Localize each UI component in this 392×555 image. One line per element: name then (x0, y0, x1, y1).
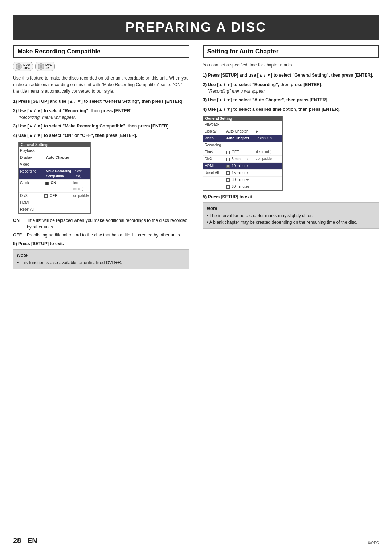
right-note-item-2: A blank chapter may be created depending… (207, 219, 375, 226)
right-step-2-title: 2) Use [▲ / ▼] to select "Recording", th… (203, 81, 379, 88)
left-step-3: 3) Use [▲ / ▼] to select "Make Recording… (13, 123, 189, 129)
corner-mark-br (380, 543, 385, 548)
right-note-title: Note (207, 206, 375, 211)
left-step-2-sub: "Recording" menu will appear. (13, 115, 189, 120)
on-label: ON (13, 217, 25, 230)
right-section-header: Setting for Auto Chapter (203, 45, 379, 58)
dvd-rw-icon: DVD+RW (13, 62, 33, 71)
left-menu-row-recording: Recording Make Recording Compatible elec… (19, 168, 90, 180)
right-menu-row-display: Display Auto Chapter ▶ (203, 128, 282, 135)
page-number-label: 28 EN (13, 536, 37, 545)
on-description: Title list will be replaced when you mak… (27, 217, 189, 230)
right-step-4: 4) Use [▲ / ▼] to select a desired time … (203, 106, 379, 113)
left-note-box: Note This function is also available for… (13, 249, 189, 269)
corner-mark-bl (7, 543, 12, 548)
corner-mark-tl (7, 7, 12, 12)
crosshair-top (196, 7, 196, 12)
left-column: Make Recording Compatible DVD+RW DVD+R U… (13, 40, 196, 274)
left-menu-row-display: Display Auto Chapter (19, 154, 90, 161)
left-step-3-title: 3) Use [▲ / ▼] to select "Make Recording… (13, 123, 189, 129)
off-item: OFF Prohibiting additional record to the… (13, 232, 189, 238)
footer-code: 6/OEC (368, 541, 379, 545)
left-section-title: Make Recording Compatible (17, 48, 185, 55)
right-menu-row-divx: DivX 5 minutes Compatible (203, 156, 282, 163)
left-step-1: 1) Press [SETUP] and use [▲ / ▼] to sele… (13, 98, 189, 105)
right-step-3: 3) Use [▲ / ▼] to select "Auto Chapter",… (203, 97, 379, 103)
left-menu-row-clock: Clock ON leo mode) (19, 180, 90, 193)
left-menu-row-video: Video (19, 161, 90, 168)
left-step-4-title: 4) Use [▲ / ▼] to select "ON" or "OFF", … (13, 132, 189, 139)
left-section-header: Make Recording Compatible (13, 45, 189, 58)
right-menu-header: General Setting (203, 116, 282, 121)
left-step-4: 4) Use [▲ / ▼] to select "ON" or "OFF", … (13, 132, 189, 139)
right-section-title: Setting for Auto Chapter (207, 48, 375, 55)
dvd-disc-r (38, 63, 44, 70)
left-intro-text: Use this feature to make the discs recor… (13, 75, 189, 94)
right-step-2-sub: "Recording" menu will appear. (203, 89, 379, 94)
dvd-icons: DVD+RW DVD+R (13, 62, 189, 71)
right-step-2: 2) Use [▲ / ▼] to select "Recording", th… (203, 81, 379, 94)
left-press-setup: 5) Press [SETUP] to exit. (13, 241, 189, 246)
left-step-2-title: 2) Use [▲ / ▼] to select "Recording", th… (13, 108, 189, 114)
right-step-3-title: 3) Use [▲ / ▼] to select "Auto Chapter",… (203, 97, 379, 103)
dvd-rw-label: DVD+RW (23, 63, 30, 70)
dvd-r-icon: DVD+R (35, 62, 55, 71)
content-area: Make Recording Compatible DVD+RW DVD+R U… (13, 40, 379, 274)
left-menu-row-resetall: Reset All (19, 206, 90, 213)
right-menu-row-recording: Recording (203, 142, 282, 149)
page-header: PREPARING A DISC (13, 15, 379, 40)
left-menu-row-playback: Playback (19, 147, 90, 154)
left-menu-row-divx: DivX OFF compatible (19, 193, 90, 199)
off-description: Prohibiting additional record to the dis… (27, 232, 181, 238)
right-menu-row-resetall: Reset All 15 minutes (203, 170, 282, 177)
left-menu-mockup: General Setting Playback Display Auto Ch… (18, 142, 91, 214)
on-item: ON Title list will be replaced when you … (13, 217, 189, 230)
left-step-1-title: 1) Press [SETUP] and use [▲ / ▼] to sele… (13, 98, 189, 105)
right-menu-row-30min: 30 minutes (203, 177, 282, 183)
right-note-box: Note The interval for auto chapter marks… (203, 202, 379, 229)
on-off-block: ON Title list will be replaced when you … (13, 217, 189, 238)
right-step-1: 1) Press [SETUP] and use [▲ / ▼] to sele… (203, 72, 379, 78)
corner-mark-tr (380, 7, 385, 12)
crosshair-right (380, 278, 385, 278)
left-menu-header: General Setting (19, 142, 90, 147)
off-label: OFF (13, 232, 25, 238)
right-intro-text: You can set a specified time for chapter… (203, 62, 379, 68)
right-press-setup: 5) Press [SETUP] to exit. (203, 194, 379, 199)
page-title: PREPARING A DISC (13, 20, 379, 35)
left-note-item-1: This function is also available for unfi… (17, 259, 185, 266)
right-menu-row-60min: 60 minutes (203, 183, 282, 190)
page-number: 28 EN (13, 536, 37, 544)
left-menu-row-hdmi: HDMI (19, 199, 90, 206)
left-step-2: 2) Use [▲ / ▼] to select "Recording", th… (13, 108, 189, 120)
dvd-r-label: DVD+R (45, 63, 52, 70)
left-note-title: Note (17, 252, 185, 258)
dvd-disc-rw (16, 63, 22, 70)
right-menu-row-playback: Playback (203, 121, 282, 128)
right-note-item-1: The interval for auto chapter marks may … (207, 212, 375, 219)
page-footer: 28 EN 6/OEC (13, 536, 379, 545)
right-menu-row-hdmi: HDMI 10 minutes (203, 163, 282, 170)
right-menu-row-video: Video Auto Chapter Select (XP) (203, 135, 282, 142)
right-step-1-title: 1) Press [SETUP] and use [▲ / ▼] to sele… (203, 72, 379, 78)
right-menu-row-clock: Clock OFF ideo mode) (203, 149, 282, 156)
right-step-4-title: 4) Use [▲ / ▼] to select a desired time … (203, 106, 379, 113)
right-menu-mockup: General Setting Playback Display Auto Ch… (203, 116, 283, 191)
right-column: Setting for Auto Chapter You can set a s… (196, 40, 379, 274)
